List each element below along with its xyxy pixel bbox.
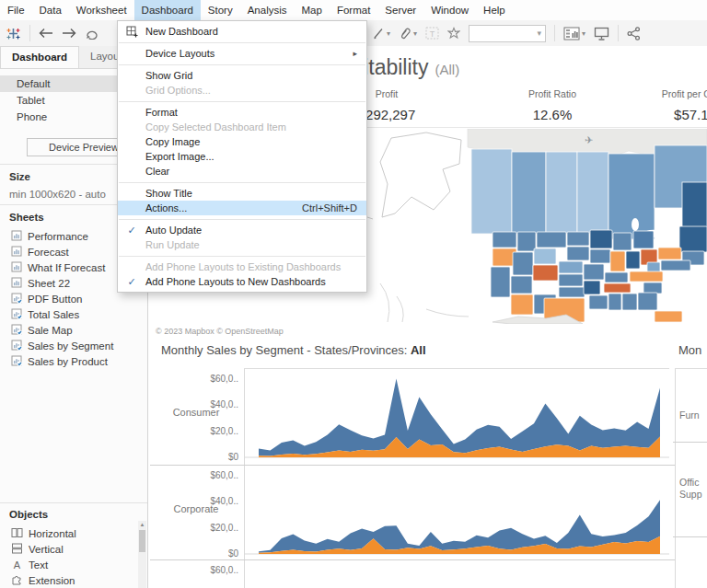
state-WI[interactable] xyxy=(613,233,632,250)
state-MI[interactable] xyxy=(633,231,654,248)
chevron-down-icon[interactable]: ▾ xyxy=(387,29,390,38)
menu-data[interactable]: Data xyxy=(32,0,69,20)
object-item-text[interactable]: AText xyxy=(0,557,138,572)
fit-combobox[interactable]: ▾ xyxy=(469,25,546,42)
menu-item-export-image[interactable]: Export Image... xyxy=(118,149,366,164)
state-KY[interactable] xyxy=(605,272,628,282)
menu-item-auto-update[interactable]: ✓Auto Update xyxy=(118,223,366,237)
highlight-pen-icon[interactable]: ▾ xyxy=(372,27,390,40)
state-AZ[interactable] xyxy=(511,294,533,315)
state-WA[interactable] xyxy=(493,232,516,248)
toolbar-separator xyxy=(29,25,30,41)
state-IN[interactable] xyxy=(626,251,640,269)
menu-map[interactable]: Map xyxy=(295,0,330,20)
chevron-down-icon[interactable]: ▾ xyxy=(413,29,417,38)
menu-dashboard[interactable]: Dashboard xyxy=(134,0,201,20)
menu-item-clear[interactable]: Clear xyxy=(118,164,366,179)
menu-file[interactable]: File xyxy=(0,0,32,20)
back-icon[interactable] xyxy=(39,28,53,39)
replay-icon[interactable] xyxy=(85,28,100,40)
province-AB[interactable] xyxy=(512,152,546,234)
state-NV[interactable] xyxy=(513,252,533,275)
object-item-extension[interactable]: Extension xyxy=(0,572,138,588)
fix-axes-icon[interactable] xyxy=(447,27,460,40)
state-CA[interactable] xyxy=(491,267,510,297)
state-MO[interactable] xyxy=(584,264,604,280)
tableau-logo-icon[interactable] xyxy=(6,26,21,41)
state-ND[interactable] xyxy=(567,232,589,246)
province-ON[interactable] xyxy=(608,154,655,239)
menu-item-show-grid[interactable]: Show Grid xyxy=(118,68,366,83)
menu-item-show-title[interactable]: Show Title xyxy=(118,186,366,201)
sheet-item-sales-by-product[interactable]: Sales by Product xyxy=(0,353,147,369)
province-NB[interactable] xyxy=(682,182,707,230)
divider xyxy=(675,368,707,369)
share-icon[interactable] xyxy=(627,27,641,40)
state-NE1[interactable] xyxy=(679,226,707,252)
state-OK[interactable] xyxy=(559,287,585,297)
presentation-mode-icon[interactable] xyxy=(594,27,609,40)
state-VA[interactable] xyxy=(661,260,690,271)
product-row-label: Offic Supp xyxy=(679,477,707,501)
state-MN[interactable] xyxy=(590,230,612,248)
state-TN[interactable] xyxy=(604,283,631,293)
sheet-item-sales-by-segment[interactable]: Sales by Segment xyxy=(0,338,147,353)
state-CO[interactable] xyxy=(533,265,558,281)
scrollbar-thumb[interactable] xyxy=(139,530,145,552)
state-AR[interactable] xyxy=(584,281,600,294)
state-SD[interactable] xyxy=(567,247,589,260)
state-NC[interactable] xyxy=(630,271,663,282)
sheet-item-total-sales[interactable]: Total Sales xyxy=(0,306,147,322)
state-PA[interactable] xyxy=(658,248,681,259)
state-MS[interactable] xyxy=(608,294,621,310)
chevron-down-icon[interactable]: ▾ xyxy=(582,29,585,38)
object-item-horizontal[interactable]: Horizontal xyxy=(0,525,138,541)
menu-item-format[interactable]: Format xyxy=(118,105,366,120)
sheet-item-sale-map[interactable]: Sale Map xyxy=(0,322,147,338)
state-FL[interactable] xyxy=(655,311,682,322)
menu-server[interactable]: Server xyxy=(377,0,423,20)
state-IL[interactable] xyxy=(610,251,625,271)
menu-item-add-phone-layouts-to-new-dashboards[interactable]: ✓Add Phone Layouts to New Dashboards xyxy=(118,274,366,289)
state-IA[interactable] xyxy=(590,249,610,263)
object-item-vertical[interactable]: Vertical xyxy=(0,541,138,557)
state-WY[interactable] xyxy=(534,248,556,264)
state-KS[interactable] xyxy=(559,274,583,286)
forward-icon[interactable] xyxy=(62,28,76,39)
menu-story[interactable]: Story xyxy=(201,0,240,20)
state-ID[interactable] xyxy=(517,232,536,251)
state-LA[interactable] xyxy=(589,295,608,309)
menu-analysis[interactable]: Analysis xyxy=(240,0,295,20)
menu-item-copy-image[interactable]: Copy Image xyxy=(118,134,366,149)
objects-section-header: Objects xyxy=(0,509,147,520)
segment-area-chart[interactable]: Consumer$60,0..$40,0..$20,0..$0Corporate… xyxy=(150,361,707,588)
tab-dashboard[interactable]: Dashboard xyxy=(0,46,79,68)
state-MT[interactable] xyxy=(537,232,566,248)
attach-icon[interactable]: ▾ xyxy=(399,27,417,40)
area-plot-consumer[interactable] xyxy=(244,370,669,459)
state-UT[interactable] xyxy=(511,276,532,294)
state-AL[interactable] xyxy=(622,294,637,310)
province-BC[interactable] xyxy=(471,149,512,234)
menu-item-device-layouts[interactable]: Device Layouts▸ xyxy=(118,46,366,61)
menu-worksheet[interactable]: Worksheet xyxy=(69,0,134,20)
state-GA[interactable] xyxy=(638,293,657,310)
stat-label: Profit per Order xyxy=(631,88,707,99)
menu-format[interactable]: Format xyxy=(330,0,377,20)
menu-item-actions[interactable]: Actions...Ctrl+Shift+D xyxy=(118,201,366,215)
objects-scrollbar[interactable]: ▲ xyxy=(138,521,146,588)
state-NE[interactable] xyxy=(559,261,583,273)
state-SC[interactable] xyxy=(643,282,662,294)
province-MB[interactable] xyxy=(577,152,608,234)
menu-item-new-dashboard[interactable]: New Dashboard xyxy=(118,24,366,39)
menu-item-copy-selected-dashboard-item: Copy Selected Dashboard Item xyxy=(118,120,366,134)
state-WV[interactable] xyxy=(647,262,660,272)
area-plot-corporate[interactable] xyxy=(244,467,669,556)
show-me-icon[interactable]: ▾ xyxy=(563,27,585,40)
menu-window[interactable]: Window xyxy=(423,0,476,20)
province-SK[interactable] xyxy=(546,152,577,234)
scroll-up-icon[interactable]: ▲ xyxy=(138,521,146,528)
sheet-item-label: Sales by Segment xyxy=(28,340,113,352)
menu-help[interactable]: Help xyxy=(476,0,513,20)
sheet-item-pdf-button[interactable]: PDF Button xyxy=(0,291,147,306)
